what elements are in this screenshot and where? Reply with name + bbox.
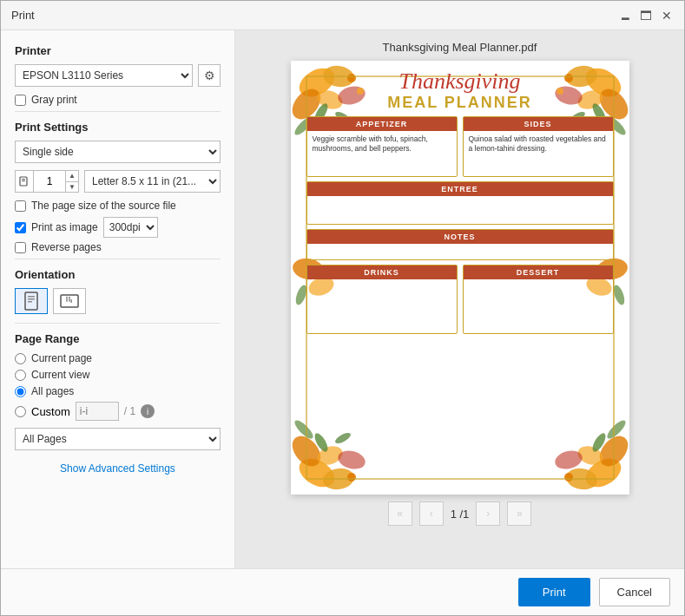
printer-select[interactable]: EPSON L3110 Series	[15, 64, 193, 87]
copies-up-button[interactable]: ▲	[66, 171, 78, 182]
bottom-bar: Print Cancel	[1, 568, 684, 615]
copies-down-button[interactable]: ▼	[66, 182, 78, 193]
title-bar-controls: 🗕 🗖 ✕	[618, 9, 674, 23]
cancel-button[interactable]: Cancel	[599, 578, 670, 606]
close-button[interactable]: ✕	[660, 9, 674, 23]
svg-rect-4	[28, 296, 35, 298]
print-settings-title: Print Settings	[15, 121, 221, 134]
copies-input[interactable]	[34, 171, 65, 192]
pdf-title-script: Thanksgiving	[306, 69, 614, 95]
svg-rect-8	[66, 297, 68, 302]
info-icon[interactable]: i	[141, 404, 155, 418]
custom-radio[interactable]	[15, 406, 26, 417]
minimize-button[interactable]: 🗕	[618, 9, 632, 23]
gray-print-checkbox[interactable]	[15, 95, 26, 106]
entree-body	[307, 196, 613, 203]
pdf-content: Thanksgiving MEAL PLANNER APPETIZER Vegg…	[291, 61, 629, 495]
pdf-navigation: « ‹ 1 /1 › »	[388, 501, 532, 526]
svg-rect-10	[71, 299, 73, 303]
dessert-body	[464, 279, 613, 286]
print-button[interactable]: Print	[518, 578, 590, 606]
first-page-button[interactable]: «	[388, 501, 412, 526]
custom-row: Custom / 1 i	[15, 402, 221, 421]
subset-select[interactable]: All Pages Even pages only Odd pages only	[15, 428, 221, 450]
svg-rect-5	[28, 298, 35, 300]
printer-settings-button[interactable]: ⚙	[198, 64, 221, 87]
side-select[interactable]: Single side	[15, 141, 221, 163]
all-pages-label: All pages	[31, 385, 74, 397]
dpi-select[interactable]: 300dpi	[103, 217, 158, 238]
reverse-pages-label: Reverse pages	[31, 241, 102, 253]
page-range-title: Page Range	[15, 332, 221, 345]
entree-header: ENTREE	[307, 182, 613, 196]
notes-header: NOTES	[307, 230, 613, 244]
page-indicator: 1 /1	[451, 508, 470, 521]
current-page-label: Current page	[31, 352, 92, 364]
landscape-icon	[60, 293, 79, 309]
custom-label: Custom	[31, 405, 70, 418]
custom-total-label: / 1	[124, 405, 135, 417]
source-file-label: The page size of the source file	[31, 200, 176, 212]
notes-body	[307, 244, 613, 251]
print-dialog: Print 🗕 🗖 ✕ Printer EPSON L3110 Series ⚙…	[0, 0, 685, 616]
advanced-settings-link[interactable]: Show Advanced Settings	[15, 462, 221, 475]
portrait-icon	[23, 292, 39, 311]
svg-rect-9	[69, 297, 70, 302]
divider-2	[15, 259, 221, 259]
print-as-image-checkbox[interactable]	[15, 222, 26, 233]
print-as-image-row: Print as image 300dpi	[15, 217, 221, 238]
notes-section: NOTES	[306, 229, 614, 260]
drinks-header: DRINKS	[307, 265, 457, 279]
entree-section: ENTREE	[306, 181, 614, 225]
gear-icon: ⚙	[204, 69, 215, 82]
pdf-preview: Thanksgiving MEAL PLANNER APPETIZER Vegg…	[291, 61, 629, 495]
reverse-pages-row: Reverse pages	[15, 241, 221, 253]
pdf-filename: Thanksgiving Meal Planner.pdf	[383, 41, 537, 54]
copies-spinner-buttons: ▲ ▼	[65, 171, 78, 192]
pdf-header: Thanksgiving MEAL PLANNER	[306, 69, 614, 111]
gray-print-label: Gray print	[31, 94, 77, 106]
prev-page-button[interactable]: ‹	[419, 501, 444, 526]
sides-header: SIDES	[464, 117, 613, 131]
landscape-button[interactable]	[53, 288, 86, 314]
copies-row: ▲ ▼ Letter 8.5 x 11 in (21...	[15, 170, 221, 193]
next-page-button[interactable]: ›	[476, 501, 500, 526]
source-file-checkbox[interactable]	[15, 200, 26, 212]
left-panel: Printer EPSON L3110 Series ⚙ Gray print …	[1, 30, 235, 568]
svg-rect-6	[28, 301, 32, 303]
right-panel: Thanksgiving Meal Planner.pdf	[235, 30, 684, 568]
portrait-button[interactable]	[15, 288, 48, 314]
dialog-title: Print	[11, 9, 35, 22]
divider-1	[15, 111, 221, 112]
orientation-title: Orientation	[15, 268, 221, 281]
gray-print-row: Gray print	[15, 94, 221, 106]
printer-select-row: EPSON L3110 Series ⚙	[15, 64, 221, 87]
divider-3	[15, 323, 221, 324]
page-size-select[interactable]: Letter 8.5 x 11 in (21...	[84, 170, 221, 193]
source-file-row: The page size of the source file	[15, 200, 221, 212]
printer-section-title: Printer	[15, 44, 221, 57]
maximize-button[interactable]: 🗖	[639, 9, 653, 23]
sides-section: SIDES Quinoa salad with roasted vegetabl…	[463, 116, 614, 177]
copies-spinner: ▲ ▼	[15, 170, 79, 193]
appetizer-body: Veggie scramble with tofu, spinach, mush…	[307, 131, 457, 157]
current-view-label: Current view	[31, 369, 89, 381]
print-as-image-label: Print as image	[31, 221, 98, 233]
all-pages-row: All pages	[15, 385, 221, 397]
copies-icon	[19, 176, 30, 187]
custom-range-input[interactable]	[76, 402, 119, 421]
side-select-row: Single side	[15, 141, 221, 163]
svg-rect-2	[22, 180, 25, 181]
current-view-radio[interactable]	[15, 370, 26, 381]
current-view-row: Current view	[15, 369, 221, 381]
reverse-pages-checkbox[interactable]	[15, 242, 26, 253]
current-page-radio[interactable]	[15, 353, 26, 364]
orientation-buttons	[15, 288, 221, 314]
pdf-bottom-grid: DRINKS DESSERT	[306, 265, 614, 334]
appetizer-section: APPETIZER Veggie scramble with tofu, spi…	[306, 116, 458, 177]
last-page-button[interactable]: »	[507, 501, 531, 526]
current-page-row: Current page	[15, 352, 221, 364]
title-bar: Print 🗕 🗖 ✕	[1, 1, 684, 30]
dessert-header: DESSERT	[464, 265, 613, 279]
all-pages-radio[interactable]	[15, 386, 26, 397]
